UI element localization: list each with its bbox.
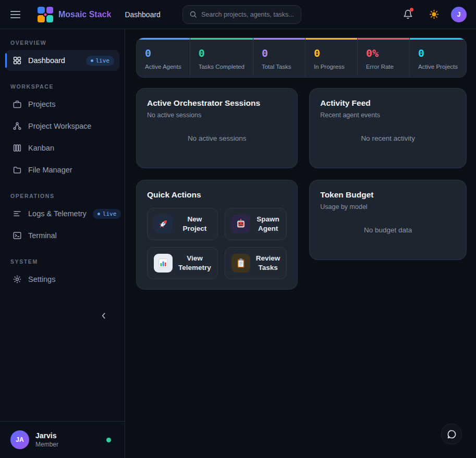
sidebar-item-label: Projects (28, 100, 114, 108)
theme-toggle-button[interactable] (425, 6, 443, 23)
activity-feed-card: Activity Feed Recent agent events No rec… (309, 88, 467, 168)
sidebar-item-projects[interactable]: Projects (5, 94, 119, 115)
search-bar[interactable] (182, 5, 301, 24)
new-project-button[interactable]: New Project (147, 208, 218, 240)
chat-fab-button[interactable] (441, 424, 462, 444)
live-badge: live (86, 56, 115, 66)
card-subtitle: No active sessions (147, 112, 287, 119)
stat-label: Tasks Completed (199, 64, 245, 70)
user-meta: Jarvis Member (35, 431, 100, 448)
sidebar: OVERVIEW Dashboard live WORKSPACE Projec… (0, 29, 125, 458)
notifications-button[interactable] (399, 6, 417, 23)
sidebar-item-kanban[interactable]: Kanban (5, 138, 119, 158)
user-name: Jarvis (35, 431, 100, 440)
app-root: Mosaic Stack Dashboard J OVERVIEW (0, 0, 476, 458)
topbar: Mosaic Stack Dashboard J (0, 0, 476, 29)
main-content: 0 Active Agents 0 Tasks Completed 0 Tota… (125, 29, 476, 458)
live-badge: live (93, 209, 121, 219)
stat-label: Active Agents (145, 64, 181, 70)
sidebar-item-file-manager[interactable]: File Manager (5, 159, 119, 180)
stat-value: 0 (199, 47, 245, 59)
empty-state-text: No budget data (320, 211, 456, 250)
sidebar-item-settings[interactable]: Settings (5, 269, 119, 290)
chat-bubble-icon (446, 429, 457, 440)
brand-name: Mosaic Stack (58, 10, 111, 19)
dashboard-grid-icon (13, 56, 22, 65)
search-input[interactable] (201, 11, 295, 18)
sidebar-item-label: Settings (28, 275, 114, 283)
stat-total-tasks: 0 Total Tasks (253, 38, 305, 77)
sidebar-item-terminal[interactable]: Terminal (5, 225, 119, 246)
workspace-nodes-icon (13, 121, 22, 131)
empty-state-text: No active sessions (147, 119, 287, 158)
review-tasks-button[interactable]: Review Tasks (225, 247, 287, 279)
robot-icon (231, 215, 250, 233)
user-avatar[interactable]: J (451, 7, 467, 22)
brand[interactable]: Mosaic Stack (38, 7, 111, 22)
mosaic-logo-icon (38, 7, 53, 22)
card-title: Active Orchestrator Sessions (147, 98, 287, 108)
folder-icon (13, 165, 22, 175)
sidebar-item-label: Project Workspace (28, 122, 114, 130)
quick-action-label: Review Tasks (256, 254, 280, 272)
card-subtitle: Recent agent events (320, 112, 456, 119)
sidebar-item-label: Dashboard (28, 56, 80, 65)
stat-in-progress: 0 In Progress (305, 38, 357, 77)
stat-error-rate: 0% Error Rate (357, 38, 409, 77)
breadcrumb: Dashboard (125, 10, 161, 19)
empty-state-text: No recent activity (320, 119, 456, 158)
card-title: Activity Feed (320, 98, 456, 108)
gear-icon (13, 275, 22, 284)
sidebar-item-label: Terminal (28, 231, 114, 240)
stat-value: 0% (366, 47, 401, 59)
sun-icon (429, 9, 439, 19)
sidebar-collapse-button[interactable] (96, 308, 111, 323)
section-label-system: SYSTEM (5, 255, 119, 269)
quick-action-label: New Project (178, 215, 211, 233)
search-icon (189, 10, 197, 18)
stat-value: 0 (262, 47, 297, 59)
section-label-operations: OPERATIONS (5, 190, 119, 203)
stat-label: Total Tasks (262, 64, 297, 70)
notification-dot (410, 8, 413, 11)
topbar-actions: J (399, 6, 467, 23)
bar-chart-icon (154, 254, 173, 273)
view-telemetry-button[interactable]: View Telemetry (147, 247, 218, 279)
stat-label: Active Projects (418, 64, 458, 70)
chevron-left-icon (100, 312, 108, 320)
terminal-icon (13, 231, 22, 240)
section-label-workspace: WORKSPACE (5, 80, 119, 94)
clipboard-icon (231, 254, 250, 273)
stat-label: Error Rate (366, 64, 401, 70)
sidebar-item-label: Logs & Telemetry (28, 209, 87, 218)
sidebar-item-label: File Manager (28, 166, 114, 174)
quick-action-label: Spawn Agent (256, 215, 280, 233)
stat-tasks-completed: 0 Tasks Completed (190, 38, 253, 77)
user-initials-avatar: JA (10, 430, 29, 449)
spawn-agent-button[interactable]: Spawn Agent (225, 208, 287, 240)
card-title: Token Budget (320, 190, 456, 200)
logs-icon (13, 209, 22, 218)
online-status-dot (106, 438, 111, 442)
hamburger-menu-button[interactable] (10, 6, 28, 23)
quick-action-label: View Telemetry (178, 254, 211, 272)
user-role: Member (35, 441, 100, 448)
rocket-icon (154, 215, 173, 233)
kanban-columns-icon (13, 143, 22, 153)
sidebar-user-card[interactable]: JA Jarvis Member (0, 421, 125, 458)
stat-value: 0 (145, 47, 181, 59)
sidebar-item-label: Kanban (28, 144, 114, 152)
orchestrator-sessions-card: Active Orchestrator Sessions No active s… (136, 88, 298, 168)
stat-active-projects: 0 Active Projects (409, 38, 466, 77)
quick-actions-card: Quick Actions New Project Sp (136, 180, 298, 290)
token-budget-card: Token Budget Usage by model No budget da… (309, 180, 467, 260)
stat-label: In Progress (314, 64, 349, 70)
card-subtitle: Usage by model (320, 203, 456, 211)
stat-active-agents: 0 Active Agents (137, 38, 190, 77)
briefcase-icon (13, 100, 22, 109)
sidebar-nav: OVERVIEW Dashboard live WORKSPACE Projec… (0, 29, 125, 323)
stats-row: 0 Active Agents 0 Tasks Completed 0 Tota… (136, 38, 467, 78)
sidebar-item-project-workspace[interactable]: Project Workspace (5, 116, 119, 137)
sidebar-item-dashboard[interactable]: Dashboard live (5, 50, 119, 71)
sidebar-item-logs-telemetry[interactable]: Logs & Telemetry live (5, 203, 119, 224)
